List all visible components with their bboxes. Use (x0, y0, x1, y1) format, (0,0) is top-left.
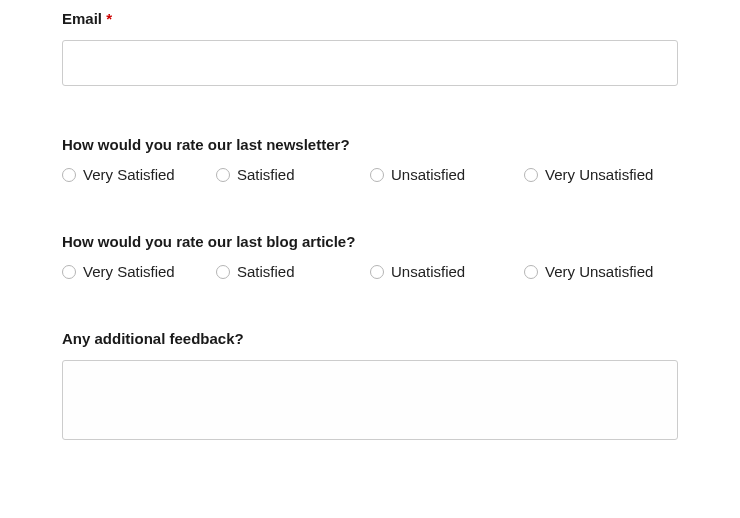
blog-question-label: How would you rate our last blog article… (62, 233, 678, 251)
option-label: Unsatisfied (391, 263, 465, 280)
option-label: Very Unsatisfied (545, 166, 653, 183)
option-label: Satisfied (237, 166, 295, 183)
email-label-text: Email (62, 10, 102, 27)
email-label: Email * (62, 10, 678, 28)
option-label: Very Unsatisfied (545, 263, 653, 280)
option-label: Satisfied (237, 263, 295, 280)
radio-icon (370, 265, 384, 279)
radio-icon (216, 265, 230, 279)
blog-options: Very Satisfied Satisfied Unsatisfied Ver… (62, 263, 678, 280)
feedback-textarea[interactable] (62, 360, 678, 440)
radio-icon (370, 168, 384, 182)
radio-icon (62, 168, 76, 182)
newsletter-option-very-satisfied[interactable]: Very Satisfied (62, 166, 216, 183)
blog-option-satisfied[interactable]: Satisfied (216, 263, 370, 280)
blog-option-unsatisfied[interactable]: Unsatisfied (370, 263, 524, 280)
field-additional-feedback: Any additional feedback? (62, 330, 678, 444)
radio-icon (524, 265, 538, 279)
email-input[interactable] (62, 40, 678, 86)
newsletter-options: Very Satisfied Satisfied Unsatisfied Ver… (62, 166, 678, 183)
field-blog-rating: How would you rate our last blog article… (62, 233, 678, 280)
option-label: Very Satisfied (83, 263, 175, 280)
blog-option-very-unsatisfied[interactable]: Very Unsatisfied (524, 263, 678, 280)
newsletter-option-very-unsatisfied[interactable]: Very Unsatisfied (524, 166, 678, 183)
radio-icon (524, 168, 538, 182)
newsletter-option-unsatisfied[interactable]: Unsatisfied (370, 166, 524, 183)
option-label: Very Satisfied (83, 166, 175, 183)
required-marker: * (106, 10, 112, 27)
feedback-label: Any additional feedback? (62, 330, 678, 348)
survey-form: Email * How would you rate our last news… (0, 0, 740, 444)
option-label: Unsatisfied (391, 166, 465, 183)
newsletter-option-satisfied[interactable]: Satisfied (216, 166, 370, 183)
field-email: Email * (62, 10, 678, 86)
field-newsletter-rating: How would you rate our last newsletter? … (62, 136, 678, 183)
blog-option-very-satisfied[interactable]: Very Satisfied (62, 263, 216, 280)
newsletter-question-label: How would you rate our last newsletter? (62, 136, 678, 154)
radio-icon (62, 265, 76, 279)
radio-icon (216, 168, 230, 182)
